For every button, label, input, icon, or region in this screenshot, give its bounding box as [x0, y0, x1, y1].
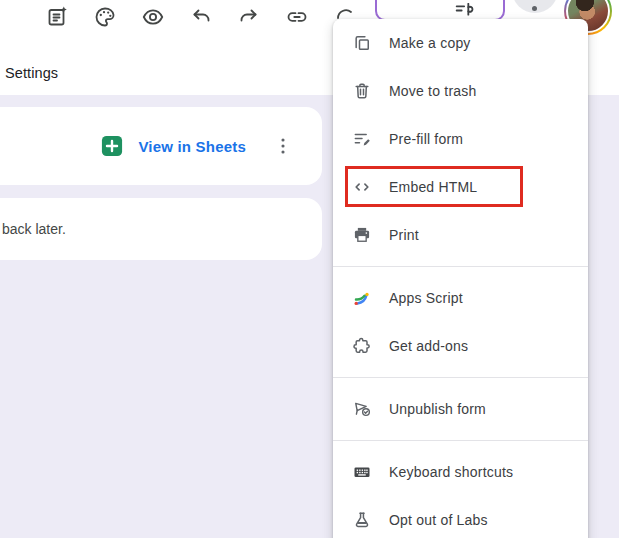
- menu-item-label: Opt out of Labs: [389, 512, 488, 528]
- menu-item-get-add-ons[interactable]: Get add-ons: [333, 322, 588, 370]
- kebab-menu-icon[interactable]: [272, 135, 294, 157]
- copy-link-icon[interactable]: [285, 5, 309, 29]
- menu-item-label: Embed HTML: [389, 179, 477, 195]
- menu-item-unpublish-form[interactable]: Unpublish form: [333, 385, 588, 433]
- menu-group-extensions: Apps Script Get add-ons: [333, 274, 588, 370]
- copy-icon: [352, 33, 372, 53]
- unpublish-icon: [352, 399, 372, 419]
- sheets-icon: [101, 135, 123, 157]
- trash-icon: [352, 81, 372, 101]
- keyboard-icon: [352, 462, 372, 482]
- menu-group-misc: Keyboard shortcuts Opt out of Labs: [333, 448, 588, 538]
- menu-group-file: Make a copy Move to trash Pre-fill form: [333, 19, 588, 259]
- menu-item-label: Keyboard shortcuts: [389, 464, 513, 480]
- embed-code-icon: [352, 177, 372, 197]
- create-form-sparkle-icon[interactable]: [45, 5, 69, 29]
- view-in-sheets-button[interactable]: View in Sheets: [101, 135, 246, 157]
- responses-card: View in Sheets: [0, 107, 322, 185]
- menu-item-opt-out-of-labs[interactable]: Opt out of Labs: [333, 496, 588, 538]
- menu-item-prefill-form[interactable]: Pre-fill form: [333, 115, 588, 163]
- menu-item-label: Move to trash: [389, 83, 476, 99]
- message-card: back later.: [0, 198, 322, 260]
- redo-icon[interactable]: [237, 5, 261, 29]
- menu-item-label: Pre-fill form: [389, 131, 463, 147]
- menu-item-embed-html[interactable]: Embed HTML: [333, 163, 588, 211]
- prefill-icon: [352, 129, 372, 149]
- undo-icon[interactable]: [189, 5, 213, 29]
- menu-divider: [333, 377, 588, 378]
- account-circle-partial[interactable]: [512, 0, 558, 13]
- menu-item-label: Apps Script: [389, 290, 463, 306]
- menu-item-apps-script[interactable]: Apps Script: [333, 274, 588, 322]
- menu-group-publish: Unpublish form: [333, 385, 588, 433]
- google-forms-window: Settings View in Sheets: [0, 0, 619, 538]
- menu-item-make-a-copy[interactable]: Make a copy: [333, 19, 588, 67]
- print-icon: [352, 225, 372, 245]
- publish-button-glyph: [455, 3, 475, 19]
- labs-flask-icon: [352, 510, 372, 530]
- top-toolbar: [45, 5, 309, 29]
- publish-button[interactable]: [375, 0, 505, 21]
- menu-item-label: Get add-ons: [389, 338, 468, 354]
- menu-item-print[interactable]: Print: [333, 211, 588, 259]
- tab-settings[interactable]: Settings: [5, 65, 58, 81]
- menu-item-keyboard-shortcuts[interactable]: Keyboard shortcuts: [333, 448, 588, 496]
- menu-item-label: Make a copy: [389, 35, 471, 51]
- preview-eye-icon[interactable]: [141, 5, 165, 29]
- addons-puzzle-icon: [352, 336, 372, 356]
- more-options-menu: Make a copy Move to trash Pre-fill form: [333, 19, 588, 538]
- menu-divider: [333, 440, 588, 441]
- menu-item-label: Print: [389, 227, 419, 243]
- apps-script-icon: [352, 288, 372, 308]
- menu-item-move-to-trash[interactable]: Move to trash: [333, 67, 588, 115]
- message-text: back later.: [2, 221, 66, 237]
- menu-item-label: Unpublish form: [389, 401, 486, 417]
- theme-palette-icon[interactable]: [93, 5, 117, 29]
- menu-divider: [333, 266, 588, 267]
- view-in-sheets-label: View in Sheets: [138, 138, 246, 155]
- account-circle-dot: [532, 6, 537, 11]
